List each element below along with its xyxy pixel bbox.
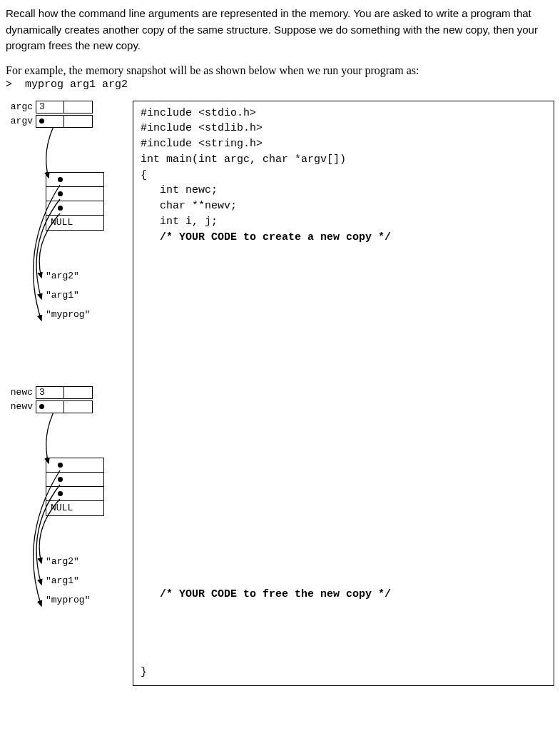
newc-cell-empty: [64, 386, 93, 399]
code-l11: }: [141, 666, 147, 678]
str-myprog: "myprog": [46, 309, 133, 320]
example-line: For example, the memory snapshot will be…: [6, 64, 554, 77]
code-l1: #include <stdio.h>: [141, 107, 256, 119]
newv-array: NULL: [46, 458, 104, 516]
argv-1: [46, 187, 103, 201]
memory-diagram: argc 3 argv NULL "arg2" "arg1" "myprog": [6, 101, 133, 657]
newc-label: newc: [6, 387, 36, 398]
pointer-dot: [58, 206, 63, 211]
argv-cell-empty: [64, 115, 93, 128]
code-l6: int newc;: [141, 184, 218, 196]
code-l2: #include <stdlib.h>: [141, 122, 263, 134]
newc-row: newc 3: [6, 386, 133, 399]
code-l5: {: [141, 169, 147, 181]
str-arg2: "arg2": [46, 271, 133, 281]
pointer-dot: [58, 191, 63, 196]
code-l8: int i, j;: [141, 216, 218, 228]
argv-array: NULL: [46, 172, 104, 231]
intro-paragraph: Recall how the command line arguments ar…: [6, 6, 554, 54]
newv-1: [46, 473, 103, 487]
argc-cell: 3: [36, 101, 64, 114]
argv-null: NULL: [46, 216, 103, 230]
argv-label: argv: [6, 116, 36, 126]
argc-label: argc: [6, 101, 36, 112]
code-l9: /* YOUR CODE to create a new copy */: [141, 231, 391, 243]
pointer-dot: [58, 177, 63, 182]
argv-row: argv: [6, 115, 133, 128]
newv-cell-empty: [64, 400, 93, 413]
pointer-dot: [58, 463, 63, 468]
newv-cell: [36, 400, 64, 413]
newv-null: NULL: [46, 501, 103, 515]
str-arg1-copy: "arg1": [46, 575, 133, 586]
argv-0: [46, 173, 103, 187]
pointer-dot: [39, 119, 44, 123]
command-text: myprog arg1 arg2: [25, 79, 128, 91]
newv-label: newv: [6, 401, 36, 412]
code-l7: char **newv;: [141, 200, 237, 212]
pointer-dot: [58, 477, 63, 482]
newv-2: [46, 487, 103, 501]
code-l3: #include <string.h>: [141, 138, 263, 150]
argc-cell-empty: [64, 101, 93, 114]
argc-row: argc 3: [6, 101, 133, 114]
code-l10: /* YOUR CODE to free the new copy */: [141, 588, 391, 600]
code-box: #include <stdio.h> #include <stdlib.h> #…: [133, 101, 554, 686]
prompt-symbol: >: [6, 79, 12, 91]
str-arg1: "arg1": [46, 290, 133, 301]
intro-text: Recall how the command line arguments ar…: [6, 7, 538, 51]
newv-row: newv: [6, 400, 133, 413]
command-line: > myprog arg1 arg2: [6, 79, 554, 91]
argv-block: argc 3 argv NULL "arg2" "arg1" "myprog": [6, 101, 133, 386]
newv-0: [46, 458, 103, 473]
str-arg2-copy: "arg2": [46, 556, 133, 567]
code-l4: int main(int argc, char *argv[]): [141, 153, 346, 166]
str-myprog-copy: "myprog": [46, 595, 133, 605]
newc-cell: 3: [36, 386, 64, 399]
main-content-row: argc 3 argv NULL "arg2" "arg1" "myprog": [6, 101, 554, 686]
pointer-dot: [39, 404, 44, 409]
newv-block: newc 3 newv NULL "arg2" "arg1" "myprog": [6, 386, 133, 657]
argv-cell: [36, 115, 64, 128]
argv-2: [46, 201, 103, 216]
pointer-dot: [58, 491, 63, 496]
